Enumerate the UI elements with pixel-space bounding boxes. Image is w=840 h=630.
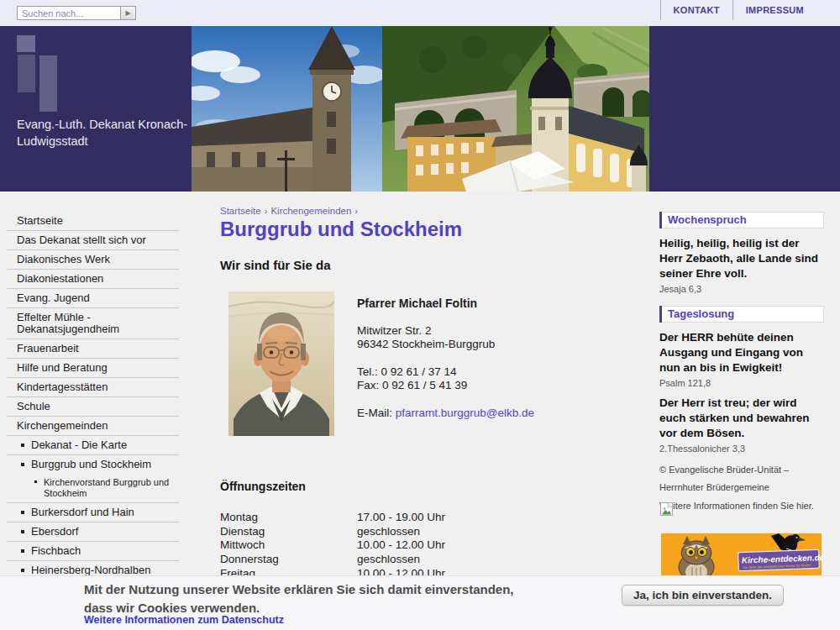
sidebar-item-label: Startseite	[17, 214, 63, 227]
broken-image-icon	[660, 502, 673, 517]
tageslosung-heading[interactable]: Tageslosung	[659, 306, 824, 323]
sidebar-item[interactable]: Kindertagesstätten	[7, 378, 179, 397]
contact-tel: Tel.: 0 92 61 / 37 14	[357, 365, 534, 380]
right-sidebar: Wochenspruch Heilig, heilig, heilig ist …	[659, 212, 824, 511]
dekanat-logo-icon[interactable]	[17, 35, 67, 115]
topbar-links: KONTAKT IMPRESSUM	[660, 0, 816, 20]
sidebar-item[interactable]: Burggrub und Stockheim	[7, 455, 179, 474]
hours-row: Dienstag geschlossen	[220, 525, 573, 539]
tageslosung-verse2: Der Herr ist treu; der wird euch stärken…	[659, 396, 824, 441]
page-title: Burggrub und Stockheim	[220, 218, 462, 241]
topbar-link-kontakt[interactable]: KONTAKT	[660, 0, 732, 20]
banner-label: Kirche-entdecken.de Die Seite der evange…	[738, 549, 822, 571]
breadcrumb: Startseite›Kirchengemeinden›	[220, 206, 361, 216]
header-photo-church-spire	[192, 26, 382, 192]
contact-city: 96342 Stockheim-Burggrub	[357, 338, 534, 352]
wochenspruch-source: Jesaja 6,3	[659, 284, 824, 294]
tageslosung-verse1: Der HERR behüte deinen Ausgang und Einga…	[659, 330, 824, 375]
hours-day: Montag	[220, 511, 357, 525]
breadcrumb-home-link[interactable]: Startseite	[220, 206, 261, 216]
pastor-portrait-photo	[228, 291, 334, 436]
sidebar-item[interactable]: Kirchengemeinden	[7, 417, 179, 436]
hours-time: geschlossen	[357, 553, 420, 567]
search-input[interactable]	[17, 6, 123, 20]
opening-hours-table: Montag 17.00 - 19.00 Uhr Dienstag geschl…	[220, 511, 573, 581]
hours-day: Mittwoch	[220, 538, 357, 553]
logo-block-3	[39, 55, 57, 112]
sidebar-item-label: Diakoniestationen	[17, 272, 103, 285]
site-title: Evang.-Luth. Dekanat Kronach-Ludwigsstad…	[17, 117, 189, 150]
sidebar-item[interactable]: Effelter Mühle - Dekanatsjugendheim	[7, 308, 179, 339]
intro-heading: Wir sind für Sie da	[220, 258, 331, 272]
cookie-banner: Mit der Nutzung unserer Website erklären…	[0, 575, 840, 630]
sidebar-item-label: Burggrub und Stockheim	[31, 458, 151, 470]
contact-street: Mitwitzer Str. 2	[357, 324, 534, 339]
email-link[interactable]: pfarramt.burggrub@elkb.de	[396, 407, 534, 419]
hours-row: Donnerstag geschlossen	[220, 553, 573, 567]
sidebar-item[interactable]: Fischbach	[7, 542, 179, 561]
breadcrumb-separator: ›	[354, 206, 358, 216]
sidebar-item-label: Hilfe und Beratung	[17, 361, 108, 374]
sidebar-item-label: Kirchenvorstand Burggrub und Stockheim	[44, 477, 169, 498]
hours-time: 17.00 - 19.00 Uhr	[357, 511, 445, 525]
header-photos	[192, 26, 649, 192]
sidebar-item[interactable]: Kirchenvorstand Burggrub und Stockheim	[7, 474, 179, 503]
topbar-link-impressum[interactable]: IMPRESSUM	[732, 0, 816, 20]
sidebar-item-label: Burkersdorf und Hain	[31, 506, 134, 518]
logo-block-2	[18, 55, 35, 92]
tageslosung-more-info-link[interactable]: Weitere Informationen finden Sie hier.	[659, 501, 824, 511]
search-arrow-icon: ▶	[125, 9, 130, 17]
sidebar-item[interactable]: Dekanat - Die Karte	[7, 436, 179, 455]
sidebar-item-label: Kindertagesstätten	[17, 381, 108, 393]
sidebar-item[interactable]: Startseite	[7, 212, 179, 231]
sidebar-item-label: Das Dekanat stellt sich vor	[17, 234, 146, 246]
sidebar-item[interactable]: Burkersdorf und Hain	[7, 503, 179, 522]
search-submit-button[interactable]: ▶	[120, 6, 136, 20]
email-label: E-Mail:	[357, 407, 396, 419]
hours-time: geschlossen	[357, 525, 420, 539]
sidebar-item-label: Effelter Mühle - Dekanatsjugendheim	[17, 311, 119, 335]
sidebar-item-label: Frauenarbeit	[17, 342, 79, 354]
logo-block-1	[17, 35, 35, 52]
cookie-message-line1: Mit der Nutzung unserer Website erklären…	[84, 580, 514, 599]
wochenspruch-text: Heilig, heilig, heilig ist der Herr Zeba…	[659, 236, 824, 281]
sidebar-item-label: Ebersdorf	[31, 525, 78, 538]
hours-time: 10.00 - 12.00 Uhr	[357, 538, 445, 553]
sidebar-item-label: Fischbach	[31, 544, 81, 557]
sidebar-item[interactable]: Diakonisches Werk	[7, 250, 179, 270]
header-photo-town-viaduct	[382, 26, 649, 192]
hours-row: Montag 17.00 - 19.00 Uhr	[220, 511, 573, 525]
kirche-entdecken-banner[interactable]: Kirche-entdecken.de Die Seite der evange…	[661, 533, 822, 575]
cookie-message: Mit der Nutzung unserer Website erklären…	[84, 580, 514, 617]
sidebar-item[interactable]: Hilfe und Beratung	[7, 359, 179, 378]
page: { "topbar": { "search_placeholder": "Suc…	[0, 0, 840, 630]
pastor-name: Pfarrer Michael Foltin	[357, 297, 534, 311]
sidebar-item-label: Diakonisches Werk	[17, 253, 110, 265]
main-content: Startseite›Kirchengemeinden› Burggrub un…	[220, 202, 653, 588]
sidebar-nav: Startseite Das Dekanat stellt sich vor D…	[7, 212, 179, 619]
sidebar-item[interactable]: Ebersdorf	[7, 522, 179, 542]
breadcrumb-separator: ›	[265, 206, 268, 216]
sidebar-items: Startseite Das Dekanat stellt sich vor D…	[7, 212, 179, 619]
sidebar-item[interactable]: Frauenarbeit	[7, 339, 179, 359]
contact-fax: Fax: 0 92 61 / 5 41 39	[357, 379, 534, 393]
hours-day: Donnerstag	[220, 553, 357, 567]
sidebar-item[interactable]: Das Dekanat stellt sich vor	[7, 231, 179, 250]
wochenspruch-heading[interactable]: Wochenspruch	[659, 212, 824, 228]
sidebar-item-label: Heinersberg-Nordhalben	[31, 564, 150, 576]
sidebar-item-label: Kirchengemeinden	[17, 419, 108, 432]
site-header: Evang.-Luth. Dekanat Kronach-Ludwigsstad…	[0, 26, 840, 192]
tageslosung-source1: Psalm 121,8	[659, 378, 824, 388]
topbar: ▶ KONTAKT IMPRESSUM	[0, 0, 840, 26]
sidebar-item[interactable]: Evang. Jugend	[7, 289, 179, 308]
datenschutz-link[interactable]: Weitere Informationen zum Datenschutz	[84, 614, 284, 626]
breadcrumb-section-link[interactable]: Kirchengemeinden	[270, 206, 351, 216]
sidebar-item[interactable]: Diakoniestationen	[7, 270, 179, 289]
contact-info: Pfarrer Michael Foltin Mitwitzer Str. 2 …	[357, 297, 534, 420]
opening-hours-heading: Öffnungszeiten	[220, 480, 306, 493]
sidebar-item-label: Evang. Jugend	[17, 291, 90, 304]
tageslosung-copyright: © Evangelische Brüder-Unität – Herrnhute…	[659, 461, 824, 496]
cookie-accept-button[interactable]: Ja, ich bin einverstanden.	[622, 585, 784, 606]
sidebar-item[interactable]: Schule	[7, 397, 179, 417]
hours-day: Dienstag	[220, 525, 357, 539]
